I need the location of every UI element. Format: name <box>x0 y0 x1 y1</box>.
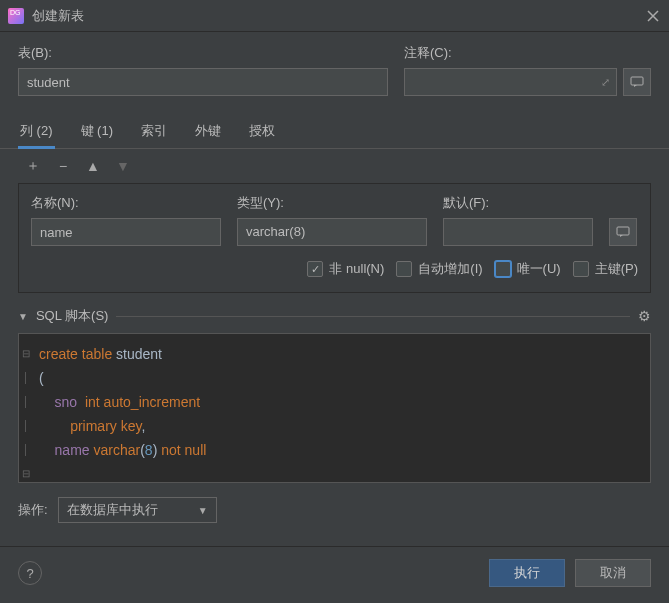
column-default-input[interactable] <box>443 218 593 246</box>
sql-editor[interactable]: ⊟││││⊟ create table student ( sno int au… <box>18 333 651 483</box>
notnull-label: 非 null(N) <box>329 260 384 278</box>
expand-icon[interactable]: ⤢ <box>601 76 610 89</box>
app-icon <box>8 8 24 24</box>
svg-rect-0 <box>631 77 643 85</box>
type-header: 类型(Y): <box>237 194 427 212</box>
pk-checkbox[interactable]: 主键(P) <box>573 260 638 278</box>
tab-indexes[interactable]: 索引 <box>139 116 169 148</box>
column-name-input[interactable] <box>31 218 221 246</box>
svg-rect-1 <box>617 227 629 235</box>
comment-dialog-button[interactable] <box>623 68 651 96</box>
execute-button[interactable]: 执行 <box>489 559 565 587</box>
tabs: 列 (2) 键 (1) 索引 外键 授权 <box>0 116 669 149</box>
divider <box>116 316 630 317</box>
add-icon[interactable]: ＋ <box>24 157 42 175</box>
unique-checkbox[interactable]: 唯一(U) <box>495 260 561 278</box>
autoinc-checkbox[interactable]: 自动增加(I) <box>396 260 482 278</box>
column-type-input[interactable]: varchar(8) <box>237 218 427 246</box>
move-up-icon[interactable]: ▲ <box>84 157 102 175</box>
action-label: 操作: <box>18 501 48 519</box>
chevron-down-icon: ▼ <box>198 505 208 516</box>
tab-keys[interactable]: 键 (1) <box>79 116 116 148</box>
action-value: 在数据库中执行 <box>67 501 158 519</box>
column-editor: 名称(N): 类型(Y): 默认(F): varchar(8) 非 null(N… <box>18 183 651 293</box>
tab-grants[interactable]: 授权 <box>247 116 277 148</box>
close-icon[interactable] <box>645 8 661 24</box>
sql-section-caret[interactable]: ▼ <box>18 311 28 322</box>
name-header: 名称(N): <box>31 194 221 212</box>
cancel-button[interactable]: 取消 <box>575 559 651 587</box>
default-header: 默认(F): <box>443 194 593 212</box>
unique-label: 唯一(U) <box>517 260 561 278</box>
pk-label: 主键(P) <box>595 260 638 278</box>
window-title: 创建新表 <box>32 7 645 25</box>
tab-columns[interactable]: 列 (2) <box>18 116 55 148</box>
table-label: 表(B): <box>18 44 388 62</box>
column-toolbar: ＋ − ▲ ▼ <box>18 149 651 183</box>
remove-icon[interactable]: − <box>54 157 72 175</box>
comment-input[interactable]: ⤢ <box>404 68 617 96</box>
gear-icon[interactable]: ⚙ <box>638 308 651 324</box>
help-button[interactable]: ? <box>18 561 42 585</box>
autoinc-label: 自动增加(I) <box>418 260 482 278</box>
move-down-icon: ▼ <box>114 157 132 175</box>
table-name-input[interactable] <box>18 68 388 96</box>
comment-label: 注释(C): <box>404 44 651 62</box>
column-comment-button[interactable] <box>609 218 637 246</box>
action-select[interactable]: 在数据库中执行 ▼ <box>58 497 217 523</box>
sql-section-title: SQL 脚本(S) <box>36 307 108 325</box>
notnull-checkbox[interactable]: 非 null(N) <box>307 260 384 278</box>
tab-foreign-keys[interactable]: 外键 <box>193 116 223 148</box>
